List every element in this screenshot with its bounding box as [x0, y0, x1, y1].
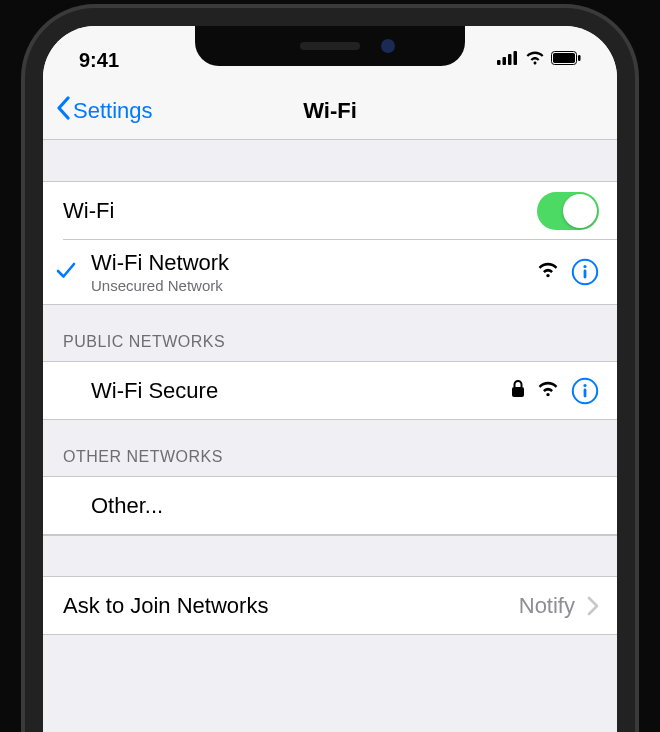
connected-network-subtitle: Unsecured Network [91, 277, 537, 294]
public-network-row[interactable]: Wi-Fi Secure [43, 362, 617, 420]
svg-rect-3 [514, 51, 518, 65]
svg-rect-13 [584, 388, 587, 397]
connected-network-row[interactable]: Wi-Fi Network Unsecured Network [43, 240, 617, 305]
battery-icon [551, 51, 581, 69]
back-label: Settings [73, 98, 153, 124]
notch [195, 26, 465, 66]
svg-rect-9 [584, 270, 587, 279]
svg-rect-0 [497, 60, 501, 65]
back-button[interactable]: Settings [55, 96, 153, 126]
other-networks-header: OTHER NETWORKS [43, 420, 617, 477]
speaker-grille [300, 42, 360, 50]
svg-point-8 [583, 265, 586, 268]
chevron-right-icon [587, 596, 599, 616]
wifi-signal-icon [537, 381, 559, 401]
section-gap [43, 535, 617, 577]
svg-rect-1 [503, 57, 507, 65]
section-gap [43, 140, 617, 182]
public-networks-header: PUBLIC NETWORKS [43, 305, 617, 362]
nav-title: Wi-Fi [303, 98, 357, 124]
other-network-row[interactable]: Other... [43, 477, 617, 535]
status-icons [497, 51, 581, 69]
wifi-toggle-label: Wi-Fi [63, 198, 537, 224]
svg-rect-10 [512, 387, 524, 397]
cellular-icon [497, 51, 519, 69]
public-network-name: Wi-Fi Secure [91, 378, 511, 404]
svg-rect-2 [508, 54, 512, 65]
wifi-switch[interactable] [537, 192, 599, 230]
svg-rect-6 [578, 55, 581, 61]
svg-rect-5 [553, 53, 575, 63]
info-button[interactable] [571, 377, 599, 405]
front-camera [381, 39, 395, 53]
status-time: 9:41 [79, 49, 119, 72]
ask-to-join-label: Ask to Join Networks [63, 593, 519, 619]
screen: 9:41 Settings Wi-Fi [43, 26, 617, 732]
info-button[interactable] [571, 258, 599, 286]
ask-to-join-row[interactable]: Ask to Join Networks Notify [43, 577, 617, 635]
nav-bar: Settings Wi-Fi [43, 82, 617, 140]
chevron-left-icon [55, 96, 71, 126]
checkmark-icon [55, 259, 77, 285]
phone-frame: 9:41 Settings Wi-Fi [25, 8, 635, 732]
wifi-signal-icon [537, 262, 559, 282]
svg-point-12 [583, 383, 586, 386]
lock-icon [511, 379, 525, 403]
connected-network-name: Wi-Fi Network [91, 250, 537, 276]
wifi-toggle-row[interactable]: Wi-Fi [43, 182, 617, 240]
ask-to-join-value: Notify [519, 593, 575, 619]
wifi-status-icon [525, 51, 545, 69]
other-label: Other... [91, 493, 599, 519]
